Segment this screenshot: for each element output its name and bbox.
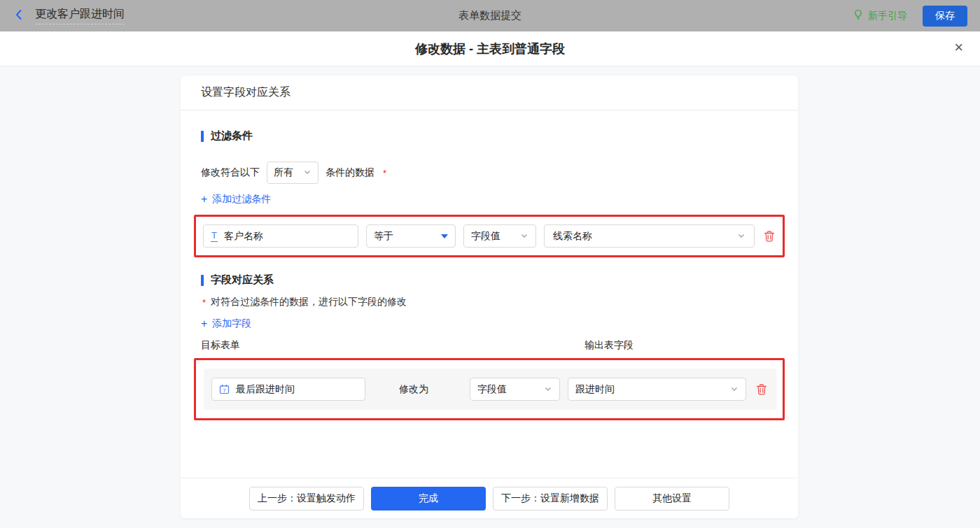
- chevron-down-icon: [737, 231, 746, 242]
- beginner-guide-button[interactable]: 新手引导: [853, 9, 907, 22]
- chevron-down-icon: [730, 384, 738, 395]
- calendar-icon: 7: [219, 384, 230, 394]
- output-field-column-header: 输出表字段: [584, 339, 634, 352]
- dialog-header: 修改数据 - 主表到普通字段 ×: [0, 31, 980, 66]
- section-accent-bar: [201, 275, 204, 286]
- target-field-input[interactable]: 7 最后跟进时间: [211, 378, 365, 401]
- match-prefix-label: 修改符合以下: [201, 166, 260, 179]
- match-suffix-label: 条件的数据: [326, 166, 374, 179]
- value-type-select[interactable]: 字段值: [463, 224, 536, 248]
- mapping-value-type-select[interactable]: 字段值: [470, 378, 560, 401]
- filter-field-input[interactable]: T 客户名称: [203, 224, 358, 248]
- chevron-down-icon: [520, 231, 528, 242]
- chevron-down-icon: [303, 167, 312, 178]
- mapping-value-select[interactable]: 跟进时间: [568, 378, 746, 401]
- next-step-button[interactable]: 下一步：设置新增数据: [493, 487, 608, 511]
- lightbulb-icon: [853, 9, 864, 22]
- mapping-section-title: 字段对应关系: [201, 273, 778, 287]
- target-form-column-header: 目标表单: [201, 339, 240, 350]
- beginner-guide-label: 新手引导: [868, 10, 907, 22]
- caret-down-icon: [441, 234, 448, 238]
- chevron-left-icon: [13, 8, 25, 24]
- filter-row-highlight: T 客户名称 等于 字段值 线索名称: [194, 215, 785, 257]
- delete-condition-trash-icon[interactable]: [762, 229, 776, 243]
- svg-text:7: 7: [223, 387, 225, 394]
- other-settings-button[interactable]: 其他设置: [615, 487, 729, 511]
- close-icon[interactable]: ×: [954, 40, 963, 55]
- card-title: 设置字段对应关系: [181, 76, 798, 110]
- operator-select[interactable]: 等于: [366, 224, 456, 248]
- delete-mapping-trash-icon[interactable]: [755, 383, 769, 397]
- required-asterisk: *: [202, 297, 206, 308]
- mapping-row-highlight: 7 最后跟进时间 修改为 字段值 跟进时间: [194, 358, 785, 420]
- filter-section-title: 过滤条件: [201, 129, 778, 143]
- chevron-down-icon: [544, 384, 552, 395]
- topbar: 表单数据提交 更改客户跟进时间 新手引导 保存: [0, 0, 980, 31]
- dialog-body: 设置字段对应关系 过滤条件 修改符合以下 所有 条件的数据 * +: [0, 66, 980, 528]
- mapping-row-panel: 7 最后跟进时间 修改为 字段值 跟进时间: [204, 369, 776, 410]
- action-label: 修改为: [399, 383, 428, 396]
- text-field-icon: T: [211, 231, 218, 242]
- match-mode-select[interactable]: 所有: [267, 162, 318, 184]
- page-title: 表单数据提交: [0, 9, 980, 22]
- flow-name[interactable]: 更改客户跟进时间: [35, 7, 125, 24]
- plus-icon: +: [201, 194, 207, 205]
- add-filter-condition-link[interactable]: + 添加过滤条件: [201, 193, 271, 206]
- plus-icon: +: [201, 318, 207, 329]
- done-button[interactable]: 完成: [371, 487, 486, 511]
- value-select[interactable]: 线索名称: [544, 224, 755, 248]
- save-button[interactable]: 保存: [923, 6, 967, 27]
- prev-step-button[interactable]: 上一步：设置触发动作: [249, 487, 364, 511]
- mapping-note: * 对符合过滤条件的数据，进行以下字段的修改: [201, 296, 778, 308]
- settings-card: 设置字段对应关系 过滤条件 修改符合以下 所有 条件的数据 * +: [181, 76, 798, 518]
- section-accent-bar: [201, 131, 204, 142]
- dialog-title: 修改数据 - 主表到普通字段: [415, 41, 565, 57]
- card-footer: 上一步：设置触发动作 完成 下一步：设置新增数据 其他设置: [181, 478, 798, 518]
- back-button[interactable]: [13, 8, 25, 24]
- required-asterisk: *: [383, 168, 386, 178]
- add-field-link[interactable]: + 添加字段: [201, 317, 251, 330]
